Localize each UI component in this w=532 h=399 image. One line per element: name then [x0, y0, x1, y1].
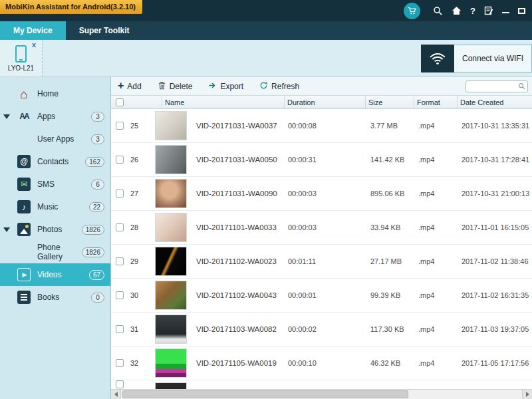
video-size: 27.17 MB — [365, 257, 414, 265]
sidebar-item-photos[interactable]: Photos 1826 — [0, 218, 110, 241]
video-duration: 00:00:10 — [284, 359, 365, 367]
table-row[interactable] — [111, 380, 532, 389]
video-duration: 00:00:31 — [284, 156, 365, 164]
register-icon[interactable] — [484, 6, 493, 15]
video-date: 2017-11-01 16:15:05 — [457, 223, 532, 231]
row-checkbox[interactable] — [116, 257, 124, 265]
video-duration: 00:01:11 — [284, 257, 365, 265]
column-header-size[interactable]: Size — [365, 96, 414, 108]
search-icon[interactable] — [433, 6, 443, 16]
sidebar-item-music[interactable]: Music 22 — [0, 196, 110, 218]
sidebar-item-videos[interactable]: Videos 67 — [0, 263, 110, 286]
add-button[interactable]: + Add — [118, 82, 142, 91]
table-row[interactable]: 28 VID-20171101-WA0033 00:00:03 33.94 KB… — [111, 211, 532, 245]
count-badge: 3 — [91, 112, 104, 122]
table-row[interactable]: 27 VID-20171031-WA0090 00:00:03 895.06 K… — [111, 177, 532, 211]
device-card[interactable]: x LYO-L21 — [0, 40, 43, 76]
tab-super-toolkit[interactable]: Super Toolkit — [66, 21, 143, 40]
row-checkbox[interactable] — [116, 325, 124, 333]
video-thumbnail — [155, 247, 187, 276]
column-header-name[interactable]: Name — [162, 96, 284, 108]
video-size: 141.42 KB — [365, 156, 414, 164]
home-icon[interactable] — [452, 6, 462, 15]
count-badge: 0 — [91, 293, 104, 303]
app-title: MobiKin Assistant for Android(3.2.10) — [0, 0, 142, 14]
video-date: 2017-11-02 11:38:46 — [457, 257, 532, 265]
connect-wifi-button[interactable]: Connect via WIFI — [421, 45, 532, 72]
count-badge: 6 — [91, 180, 104, 190]
disconnect-icon[interactable]: x — [32, 41, 36, 49]
table-row[interactable]: 31 VID-20171103-WA0082 00:00:02 117.30 K… — [111, 313, 532, 346]
count-badge: 1826 — [82, 225, 104, 235]
row-checkbox[interactable] — [116, 223, 124, 231]
app-window: MobiKin Assistant for Android(3.2.10) ? … — [0, 0, 532, 399]
video-name: VID-20171103-WA0082 — [192, 325, 284, 333]
plus-icon: + — [118, 80, 124, 91]
scroll-right-icon[interactable] — [522, 390, 532, 399]
video-thumbnail — [155, 315, 187, 344]
video-duration: 00:00:03 — [284, 223, 365, 231]
count-badge: 67 — [89, 270, 104, 280]
horizontal-scrollbar[interactable] — [111, 389, 532, 399]
video-name: VID-20171031-WA0050 — [192, 156, 284, 164]
sidebar-item-books[interactable]: Books 0 — [0, 286, 110, 309]
row-checkbox[interactable] — [116, 190, 124, 198]
sidebar-item-phone-gallery[interactable]: Phone Gallery 1826 — [0, 241, 110, 263]
table-row[interactable]: 26 VID-20171031-WA0050 00:00:31 141.42 K… — [111, 143, 532, 177]
scrollbar-thumb[interactable] — [122, 390, 408, 398]
titlebar-icons: ? — [404, 0, 525, 21]
row-checkbox[interactable] — [116, 122, 124, 130]
cart-icon[interactable] — [404, 3, 420, 19]
sidebar-item-label: Books — [37, 293, 91, 302]
help-icon[interactable]: ? — [470, 6, 475, 16]
tab-bar: My Device Super Toolkit — [0, 21, 532, 40]
sidebar-item-sms[interactable]: SMS 6 — [0, 173, 110, 196]
videos-icon — [17, 268, 31, 281]
minimize-icon[interactable] — [502, 8, 509, 13]
row-checkbox[interactable] — [116, 156, 124, 164]
sidebar-item-apps[interactable]: Apps 3 — [0, 105, 110, 128]
sidebar-item-user-apps[interactable]: User Apps 3 — [0, 128, 110, 150]
wifi-icon — [421, 45, 454, 72]
video-date: 2017-10-31 17:28:41 — [457, 156, 532, 164]
table-row[interactable]: 25 VID-20171031-WA0037 00:00:08 3.77 MB … — [111, 109, 532, 143]
row-number: 31 — [128, 325, 151, 333]
video-size: 117.30 KB — [365, 325, 414, 333]
column-header-format[interactable]: Format — [414, 96, 457, 108]
delete-button[interactable]: Delete — [158, 81, 193, 92]
video-format: .mp4 — [414, 156, 457, 164]
scroll-left-icon[interactable] — [111, 390, 121, 399]
video-name: VID-20171102-WA0043 — [192, 291, 284, 299]
tab-my-device[interactable]: My Device — [0, 21, 66, 40]
export-button[interactable]: Export — [208, 81, 243, 92]
search-input[interactable] — [468, 82, 518, 90]
sidebar-item-home[interactable]: Home — [0, 82, 110, 105]
row-checkbox[interactable] — [116, 380, 124, 388]
table-row[interactable]: 32 VID-20171105-WA0019 00:00:10 46.32 KB… — [111, 346, 532, 380]
expand-arrow-icon[interactable] — [3, 114, 10, 119]
books-icon — [17, 291, 31, 304]
row-number: 26 — [128, 156, 151, 164]
video-duration: 00:00:01 — [284, 291, 365, 299]
column-header-date[interactable]: Date Created — [457, 96, 532, 108]
maximize-icon[interactable] — [518, 8, 525, 14]
count-badge: 162 — [85, 157, 104, 167]
refresh-button[interactable]: Refresh — [259, 81, 299, 92]
row-number: 32 — [128, 359, 151, 367]
sidebar-item-contacts[interactable]: Contacts 162 — [0, 150, 110, 173]
select-all-checkbox[interactable] — [116, 98, 124, 106]
row-checkbox[interactable] — [116, 291, 124, 299]
sidebar-item-label: User Apps — [37, 134, 91, 144]
search-box — [466, 80, 528, 92]
phone-icon — [15, 45, 27, 63]
table-row[interactable]: 29 VID-20171102-WA0023 00:01:11 27.17 MB… — [111, 245, 532, 279]
video-name: VID-20171031-WA0037 — [192, 122, 284, 130]
table-row[interactable]: 30 VID-20171102-WA0043 00:00:01 99.39 KB… — [111, 279, 532, 313]
sidebar-item-label: Contacts — [37, 157, 85, 166]
video-format: .mp4 — [414, 257, 457, 265]
row-checkbox[interactable] — [116, 359, 124, 367]
sidebar-item-label: Apps — [37, 112, 91, 121]
expand-arrow-icon[interactable] — [3, 227, 10, 232]
video-name: VID-20171105-WA0019 — [192, 359, 284, 367]
column-header-duration[interactable]: Duration — [284, 96, 365, 108]
